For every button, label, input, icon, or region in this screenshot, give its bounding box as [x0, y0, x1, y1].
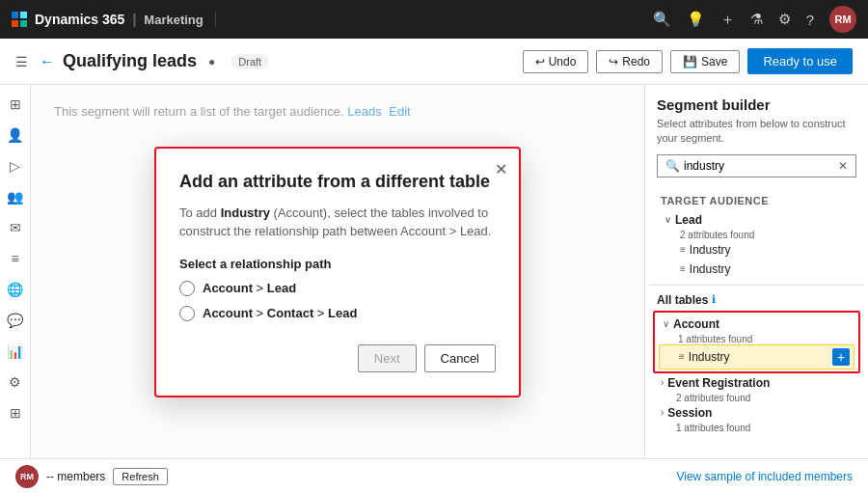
search-box[interactable]: 🔍 ✕ [657, 154, 856, 178]
save-button[interactable]: 💾 Save [670, 50, 740, 73]
event-registration-group: › Event Registration 2 attributes found [649, 373, 864, 403]
user-avatar[interactable]: RM [829, 6, 856, 33]
bottom-avatar: RM [15, 465, 39, 488]
event-registration-label: Event Registration [667, 376, 770, 390]
radio-option-2[interactable]: Account > Contact > Lead [179, 306, 496, 321]
redo-button[interactable]: ↪ Redo [596, 50, 663, 73]
brand-name: Dynamics 365 [35, 12, 124, 27]
add-button[interactable]: + [832, 348, 850, 366]
account-parent[interactable]: ∨ Account [659, 315, 854, 334]
settings-icon[interactable]: ⚙ [778, 11, 791, 28]
right-panel-header: Segment builder Select attributes from b… [645, 85, 868, 189]
divider-1 [649, 285, 864, 286]
session-chevron-icon: › [661, 407, 664, 418]
lead-parent[interactable]: ∨ Lead [661, 210, 853, 230]
home-icon[interactable]: ⊞ [6, 93, 25, 116]
save-icon: 💾 [683, 55, 697, 68]
account-sublabel: 1 attributes found [659, 334, 854, 344]
modal-section-label: Select a relationship path [179, 257, 496, 271]
search-clear-icon[interactable]: ✕ [838, 159, 848, 173]
svg-rect-0 [12, 12, 18, 18]
settings2-icon[interactable]: ⚙ [5, 370, 25, 394]
modal-dialog: ✕ Add an attribute from a different tabl… [154, 147, 521, 397]
radio-input-2[interactable] [179, 306, 195, 321]
help-icon[interactable]: ? [806, 12, 814, 28]
email-icon[interactable]: ✉ [6, 216, 25, 239]
refresh-button[interactable]: Refresh [113, 468, 168, 485]
left-sidebar: ⊞ 👤 ▷ 👥 ✉ ≡ 🌐 💬 📊 ⚙ ⊞ [0, 85, 31, 458]
radio-label-1: Account > Lead [203, 281, 296, 295]
module-name: Marketing [144, 13, 203, 27]
status-badge: Draft [231, 54, 269, 69]
event-sublabel: 2 attributes found [657, 393, 856, 403]
target-audience-label: Target audience [657, 189, 856, 208]
account-chevron-icon: ∨ [663, 318, 669, 329]
modal-overlay: ✕ Add an attribute from a different tabl… [31, 85, 644, 458]
modal-attribute-name: Industry [221, 205, 270, 220]
all-tables-label: All tables [657, 293, 708, 307]
lead-industry-2[interactable]: ≡ Industry [661, 260, 853, 279]
ready-to-use-button[interactable]: Ready to use [747, 48, 853, 74]
apps-icon[interactable]: ⊞ [6, 401, 25, 425]
sub-nav: ☰ ← Qualifying leads ● Draft ↩ Undo ↪ Re… [0, 39, 868, 85]
content-area: This segment will return a list of the t… [31, 85, 644, 458]
modal-close-button[interactable]: ✕ [495, 160, 507, 178]
next-button[interactable]: Next [358, 344, 417, 372]
page-title: Qualifying leads [63, 51, 197, 71]
lead-industry-label-2: Industry [690, 262, 731, 276]
chat-icon[interactable]: 💬 [3, 309, 27, 332]
cancel-button[interactable]: Cancel [424, 344, 496, 372]
modal-title: Add an attribute from a different table [179, 172, 496, 192]
svg-rect-1 [20, 12, 27, 18]
lead-chevron-icon: ∨ [665, 214, 671, 225]
hamburger-icon[interactable]: ☰ [15, 54, 28, 69]
bottom-members: RM -- members Refresh [15, 465, 168, 488]
modal-description: To add Industry (Account), select the ta… [179, 204, 496, 241]
attribute-icon-1: ≡ [680, 244, 686, 255]
search-icon: 🔍 [665, 159, 680, 173]
report-icon[interactable]: 📊 [3, 340, 27, 363]
session-group: › Session 1 attributes found [649, 403, 864, 433]
event-registration-parent[interactable]: › Event Registration [657, 373, 856, 393]
plus-icon[interactable]: ＋ [720, 11, 735, 29]
lead-sublabel: 2 attributes found [661, 230, 853, 240]
search-input[interactable] [684, 159, 834, 173]
filter-icon[interactable]: ⚗ [750, 11, 763, 28]
session-parent[interactable]: › Session [657, 403, 856, 423]
segment-builder-subtitle: Select attributes from below to construc… [657, 117, 856, 147]
event-chevron-icon: › [661, 377, 664, 388]
back-button[interactable]: ← [40, 53, 55, 70]
attribute-icon-2: ≡ [680, 263, 686, 274]
radio-option-1[interactable]: Account > Lead [179, 281, 496, 296]
undo-button[interactable]: ↩ Undo [523, 50, 589, 73]
account-industry-icon: ≡ [679, 351, 685, 362]
account-industry-label: Industry [689, 350, 828, 364]
bottom-bar: RM -- members Refresh View sample of inc… [0, 458, 868, 493]
toolbar-actions: ↩ Undo ↪ Redo 💾 Save Ready to use [523, 48, 853, 74]
redo-icon: ↪ [609, 55, 618, 68]
account-label: Account [673, 317, 719, 331]
account-group: ∨ Account 1 attributes found ≡ Industry … [655, 313, 858, 371]
members-count: -- members [46, 470, 105, 483]
lightbulb-icon[interactable]: 💡 [687, 11, 705, 28]
target-audience-section: Target audience ∨ Lead 2 attributes foun… [649, 189, 864, 281]
lead-label: Lead [675, 213, 702, 227]
modal-footer: Next Cancel [179, 344, 496, 372]
svg-rect-2 [12, 20, 18, 27]
contacts-icon[interactable]: 👤 [3, 123, 27, 147]
globe-icon[interactable]: 🌐 [3, 278, 27, 301]
info-icon[interactable]: ℹ [712, 293, 716, 306]
search-icon[interactable]: 🔍 [653, 11, 671, 28]
account-industry-row[interactable]: ≡ Industry + [659, 344, 854, 370]
svg-rect-3 [20, 20, 27, 27]
panel-scroll: Target audience ∨ Lead 2 attributes foun… [645, 189, 868, 458]
main-layout: ⊞ 👤 ▷ 👥 ✉ ≡ 🌐 💬 📊 ⚙ ⊞ This segment will … [0, 85, 868, 458]
view-sample-link[interactable]: View sample of included members [676, 470, 853, 483]
right-panel: Segment builder Select attributes from b… [644, 85, 868, 458]
list-icon[interactable]: ≡ [7, 247, 22, 270]
segment-builder-title: Segment builder [657, 96, 856, 113]
segments-icon[interactable]: 👥 [3, 185, 27, 208]
radio-input-1[interactable] [179, 281, 195, 296]
play-icon[interactable]: ▷ [6, 154, 24, 178]
lead-industry-1[interactable]: ≡ Industry [661, 240, 853, 260]
